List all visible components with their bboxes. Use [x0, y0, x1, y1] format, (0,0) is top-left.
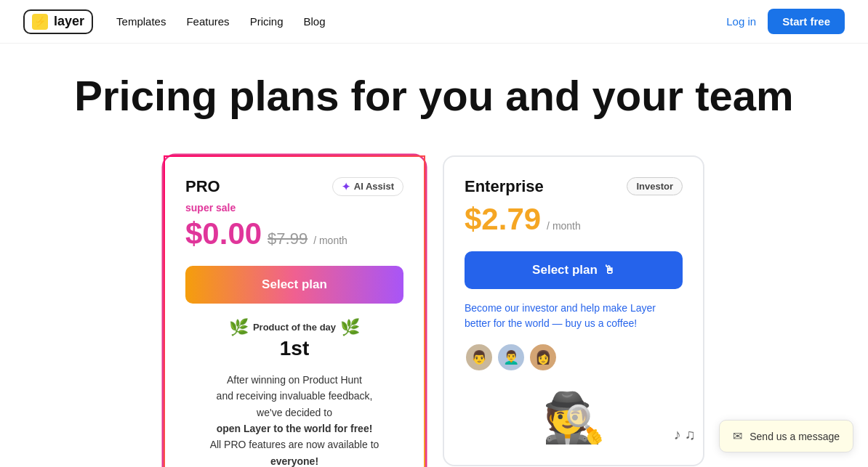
ai-assist-badge: ✦ AI Assist: [332, 177, 403, 196]
avatar-2: 👨‍🦱: [497, 343, 526, 372]
logo-text: layer: [54, 14, 84, 29]
enterprise-plan-name: Enterprise: [465, 177, 544, 196]
enterprise-price-period: / month: [547, 220, 581, 232]
enterprise-price-current: $2.79: [465, 202, 541, 237]
pro-price-period: / month: [313, 235, 347, 246]
ai-assist-label: AI Assist: [354, 181, 394, 192]
investor-link[interactable]: Become our investor and help make Layer …: [465, 301, 683, 331]
pro-plan-card: PRO ✦ AI Assist super sale $0.00 $7.99 /…: [164, 155, 425, 467]
sale-label: super sale: [185, 202, 403, 214]
pro-select-plan-button[interactable]: Select plan: [185, 266, 403, 304]
avatar-1: 👨: [465, 343, 494, 372]
product-hunt-badge: 🌿 Product of the day 🌿 1st: [185, 318, 403, 360]
pro-plan-name: PRO: [185, 177, 220, 196]
enterprise-cta-label: Select plan: [532, 263, 598, 277]
ph-label: Product of the day: [253, 322, 336, 333]
navbar: ⚡ layer Templates Features Pricing Blog …: [0, 0, 868, 44]
illustration-figure: 🕵️: [542, 394, 606, 444]
investor-badge: Investor: [627, 177, 683, 195]
nav-link-pricing[interactable]: Pricing: [250, 15, 284, 28]
pro-highlight-2: everyone!: [270, 455, 318, 467]
enterprise-price-row: $2.79 / month: [465, 202, 683, 237]
logo-icon: ⚡: [32, 14, 48, 30]
nav-link-blog[interactable]: Blog: [303, 15, 325, 28]
enterprise-illustration: 🕵️: [465, 386, 683, 444]
nav-link-templates[interactable]: Templates: [116, 15, 166, 28]
pricing-row: PRO ✦ AI Assist super sale $0.00 $7.99 /…: [0, 134, 868, 467]
music-notes: ♪ ♫: [673, 426, 696, 443]
pro-price-row: $0.00 $7.99 / month: [185, 216, 403, 251]
chat-icon: ✉: [733, 429, 742, 443]
chat-label: Send us a message: [750, 431, 840, 442]
nav-right: Log in Start free: [726, 9, 845, 34]
avatar-3: 👩: [529, 343, 558, 372]
ai-star-icon: ✦: [342, 181, 350, 192]
enterprise-plan-card: Enterprise Investor $2.79 / month Select…: [443, 155, 704, 466]
pro-price-original: $7.99: [268, 230, 308, 248]
pro-description: After winning on Product Hunt and receiv…: [185, 372, 403, 467]
login-button[interactable]: Log in: [726, 15, 756, 28]
pro-highlight-1: open Layer to the world for free!: [217, 423, 373, 434]
nav-links: Templates Features Pricing Blog: [116, 15, 325, 28]
ph-laurel-left: 🌿: [229, 318, 249, 337]
start-free-button[interactable]: Start free: [768, 9, 845, 34]
hero-headline: Pricing plans for you and your team: [23, 73, 845, 119]
enterprise-select-plan-button[interactable]: Select plan 🖱: [465, 251, 683, 289]
enterprise-card-header: Enterprise Investor: [465, 177, 683, 196]
logo[interactable]: ⚡ layer: [23, 9, 93, 34]
chat-widget[interactable]: ✉ Send us a message: [719, 420, 853, 452]
nav-link-features[interactable]: Features: [186, 15, 229, 28]
ph-rank: 1st: [280, 337, 309, 360]
pro-price-current: $0.00: [185, 216, 262, 251]
ph-laurel-right: 🌿: [340, 318, 360, 337]
hero-section: Pricing plans for you and your team: [0, 44, 868, 134]
investor-avatars: 👨 👨‍🦱 👩: [465, 343, 683, 372]
ph-laurels: 🌿 Product of the day 🌿: [229, 318, 360, 337]
cursor-icon: 🖱: [603, 264, 615, 277]
pro-card-header: PRO ✦ AI Assist: [185, 177, 403, 196]
